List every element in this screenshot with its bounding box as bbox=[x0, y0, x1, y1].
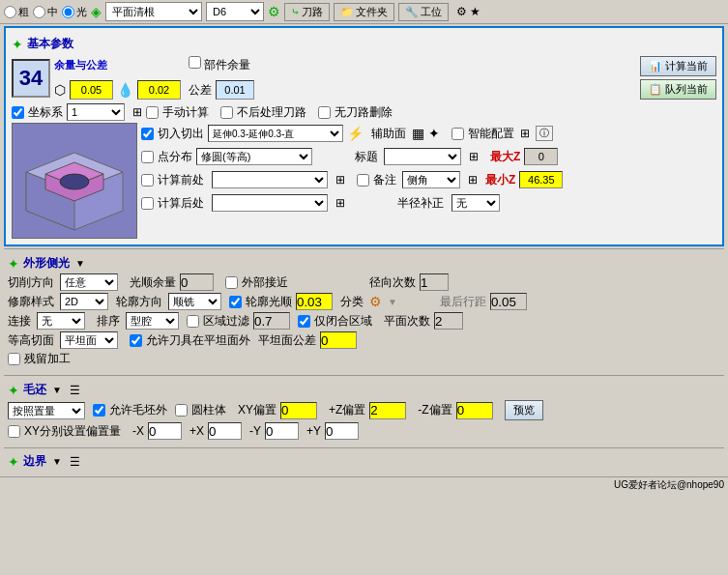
queue-current-btn[interactable]: 📋 队列当前 bbox=[640, 79, 716, 100]
pos-x-label: +X bbox=[189, 424, 204, 438]
allow-flat-checkbox[interactable] bbox=[130, 334, 142, 347]
pre-calc-select[interactable] bbox=[212, 171, 328, 188]
point-dist-row: 点分布 修圆(等高) 标题 ⊞ 最大Z bbox=[141, 148, 716, 165]
path-btn[interactable]: ⤷ 刀路 bbox=[284, 3, 330, 21]
note-checkbox[interactable] bbox=[357, 174, 369, 187]
note-label: 备注 bbox=[373, 172, 396, 188]
only-fit-checkbox[interactable] bbox=[298, 315, 310, 328]
note-select[interactable]: 侧角 bbox=[402, 171, 460, 188]
preview-btn[interactable]: 预览 bbox=[505, 400, 543, 420]
radio-light[interactable]: 光 bbox=[62, 5, 87, 19]
pre-calc-checkbox[interactable] bbox=[141, 174, 154, 187]
tool-select[interactable]: D6 bbox=[206, 2, 264, 21]
plane-select[interactable]: 平面清根 bbox=[105, 2, 202, 21]
contour-light-input[interactable] bbox=[296, 293, 333, 310]
z-minus-input[interactable] bbox=[456, 402, 493, 419]
last-dist-input[interactable] bbox=[490, 293, 527, 310]
cylinder-checkbox[interactable] bbox=[175, 404, 188, 417]
equal-height-label: 等高切面 bbox=[8, 332, 54, 349]
post-calc-select[interactable] bbox=[212, 194, 328, 212]
blank-icon: ✦ bbox=[8, 383, 19, 398]
light-margin-input[interactable] bbox=[180, 273, 214, 291]
area-filter-input[interactable] bbox=[253, 312, 290, 330]
no-process-label: 不后处理刀路 bbox=[237, 104, 306, 121]
allow-outer-checkbox[interactable] bbox=[93, 404, 105, 417]
title-select[interactable] bbox=[384, 148, 461, 165]
z-minus-label: -Z偏置 bbox=[418, 402, 451, 418]
smart-config-checkbox[interactable] bbox=[451, 128, 464, 140]
work-btn[interactable]: 🔧 工位 bbox=[398, 3, 449, 21]
coord-label: 坐标系 bbox=[28, 104, 63, 121]
only-fit-label: 仅闭合区域 bbox=[314, 313, 372, 330]
margin-values-row: ⬡ 💧 公差 bbox=[54, 80, 636, 100]
xy-sep-label: XY分别设置偏置量 bbox=[24, 423, 121, 440]
z-plus-input[interactable] bbox=[369, 402, 406, 419]
fix-style-select[interactable]: 2D bbox=[60, 293, 108, 310]
margin-input[interactable] bbox=[70, 80, 113, 100]
point-dist-checkbox[interactable] bbox=[141, 151, 154, 163]
min-z-input[interactable] bbox=[519, 171, 563, 188]
contour-light-label: 轮廓光顺 bbox=[246, 294, 292, 310]
part-margin-checkbox[interactable] bbox=[189, 56, 201, 69]
cut-in-out-label: 切入切出 bbox=[158, 126, 204, 142]
equal-height-select[interactable]: 平坦面 bbox=[60, 331, 118, 349]
tolerance-input[interactable] bbox=[216, 80, 254, 100]
contour-light-checkbox[interactable] bbox=[229, 296, 242, 308]
connect-select[interactable]: 无 bbox=[37, 312, 85, 330]
point-dist-select[interactable]: 修圆(等高) bbox=[196, 148, 312, 165]
coord-select[interactable]: 1 bbox=[67, 103, 125, 121]
outer-row1: 切削方向 任意 光顺余量 外部接近 径向次数 bbox=[8, 273, 720, 291]
contour-dir-label: 轮廓方向 bbox=[116, 294, 162, 310]
sort-select[interactable]: 型腔 bbox=[126, 312, 179, 330]
title-label: 标题 bbox=[355, 149, 378, 165]
file-btn[interactable]: 📁 文件夹 bbox=[334, 3, 394, 21]
radial-count-label: 径向次数 bbox=[369, 274, 416, 291]
outer-approach-label: 外部接近 bbox=[242, 274, 288, 291]
top-toolbar: 粗 中 光 ◈ 平面清根 D6 ⚙ ⤷ 刀路 📁 文件夹 🔧 工位 ⚙ ★ bbox=[0, 0, 728, 24]
radius-comp-select[interactable]: 无 bbox=[451, 194, 500, 212]
neg-x-input[interactable] bbox=[148, 422, 182, 440]
config-icon: ⊞ bbox=[520, 127, 530, 140]
no-delete-checkbox[interactable] bbox=[318, 106, 331, 119]
no-process-checkbox[interactable] bbox=[220, 106, 233, 119]
edge-arrow: ▼ bbox=[52, 456, 62, 467]
smart-config-label: 智能配置 bbox=[468, 126, 514, 142]
section-title-row: ✦ 基本参数 bbox=[12, 36, 716, 52]
point-dist-label: 点分布 bbox=[158, 149, 192, 165]
last-dist-label: 最后行距 bbox=[440, 294, 486, 310]
radio-mid[interactable]: 中 bbox=[33, 5, 58, 19]
plane-count-input[interactable] bbox=[434, 312, 463, 330]
residual-checkbox[interactable] bbox=[8, 353, 20, 365]
blank-arrow: ▼ bbox=[52, 385, 62, 395]
neg-y-input[interactable] bbox=[265, 422, 299, 440]
xy-sep-checkbox[interactable] bbox=[8, 425, 20, 438]
flat-tolerance-input[interactable] bbox=[320, 331, 357, 349]
more-tools: ⚙ ★ bbox=[456, 5, 480, 18]
pos-x-input[interactable] bbox=[208, 422, 242, 440]
calc-current-btn[interactable]: 📊 计算当前 bbox=[640, 56, 716, 76]
radial-count-input[interactable] bbox=[420, 273, 449, 291]
max-z-input[interactable] bbox=[524, 148, 558, 165]
outer-approach-checkbox[interactable] bbox=[225, 276, 238, 289]
work-icon: 🔧 bbox=[405, 6, 419, 18]
margin-input2[interactable] bbox=[137, 80, 181, 100]
area-filter-checkbox[interactable] bbox=[187, 315, 199, 328]
cut-in-out-checkbox[interactable] bbox=[141, 128, 154, 140]
status-bar: UG爱好者论坛@nhope90 bbox=[0, 476, 728, 493]
classify-label: 分类 bbox=[340, 294, 364, 310]
basic-icon: ✦ bbox=[12, 37, 23, 52]
cut-dir-label: 切削方向 bbox=[8, 274, 54, 291]
manual-calc-checkbox[interactable] bbox=[146, 106, 159, 119]
plane-icon: ◈ bbox=[91, 4, 102, 19]
xy-offset-input[interactable] bbox=[280, 402, 317, 419]
cut-in-out-select[interactable]: 延伸0.3-延伸0.3-直 bbox=[208, 125, 343, 142]
contour-dir-select[interactable]: 顺铣 bbox=[168, 293, 221, 310]
blank-setting-select[interactable]: 按照置量 bbox=[8, 402, 85, 419]
row3: 切入切出 延伸0.3-延伸0.3-直 ⚡ 辅助面 ▦ ✦ 智能配置 ⊞ ⓘ 点分… bbox=[12, 123, 716, 239]
cut-dir-select[interactable]: 任意 bbox=[60, 273, 118, 291]
pos-y-input[interactable] bbox=[325, 422, 359, 440]
margin-icon2: 💧 bbox=[117, 82, 133, 98]
post-calc-checkbox[interactable] bbox=[141, 197, 154, 210]
radio-rough[interactable]: 粗 bbox=[4, 5, 29, 19]
coord-checkbox[interactable] bbox=[12, 106, 24, 119]
